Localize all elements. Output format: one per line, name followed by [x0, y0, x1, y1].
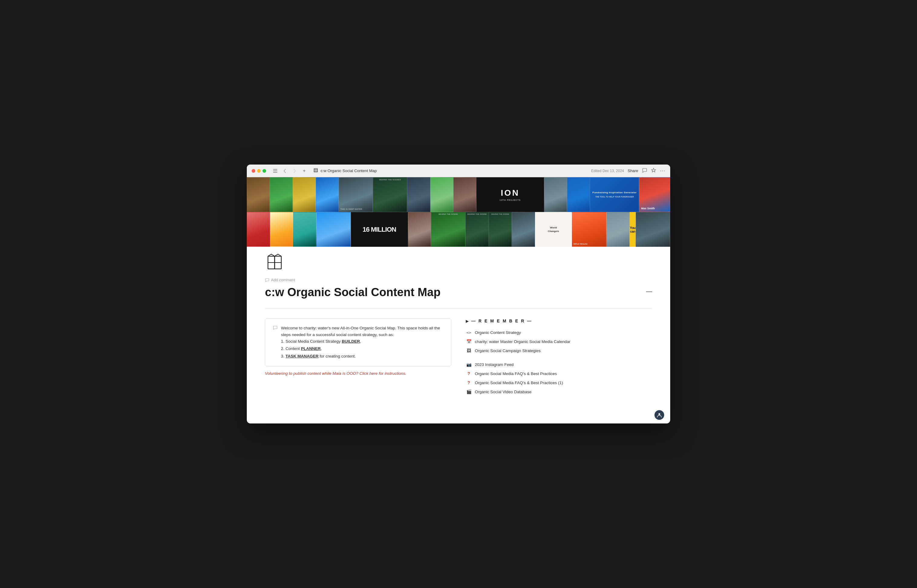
add-comment-label: Add comment: [271, 278, 295, 282]
expand-arrow-icon[interactable]: ▶: [466, 319, 469, 323]
planner-link[interactable]: PLANNER: [301, 346, 321, 351]
list-number-2: 2. Content: [281, 346, 301, 351]
hero-photo-grid: THIS IS DEEP WATER BEHIND THE SCENES ION…: [247, 177, 670, 247]
question-icon-2: ?: [466, 380, 472, 385]
minimize-icon[interactable]: —: [646, 288, 652, 294]
list-number-1: 1. Social Media Content Strategy: [281, 339, 342, 344]
hero-cell: What Would: [572, 212, 606, 247]
question-icon-1: ?: [466, 371, 472, 376]
list-suffix-2: ,: [321, 346, 322, 351]
tab-icon: [313, 168, 318, 174]
list-item-instagram[interactable]: 📷 2023 Instagram Feed: [466, 360, 652, 369]
list-item-3: 3. TASK MANAGER for creating content.: [281, 353, 444, 360]
chat-bubble-icon: [273, 325, 277, 360]
list-item-video-db[interactable]: 🎬 Organic Social Video Database: [466, 387, 652, 396]
title-bar: + c:w Organic Social Content Map Edited …: [247, 165, 670, 177]
two-column-layout: Welcome to charity: water's new All-in-O…: [265, 318, 652, 396]
info-box: Welcome to charity: water's new All-in-O…: [265, 318, 451, 366]
star-icon[interactable]: [651, 168, 656, 174]
hero-cell: [247, 212, 270, 247]
traffic-lights: [252, 169, 266, 173]
page-content: Add comment c:w Organic Social Content M…: [247, 278, 670, 408]
hero-cell: [270, 177, 293, 212]
maximize-button[interactable]: [263, 169, 266, 173]
right-col-items: <> Organic Content Strategy 📅 charity: w…: [466, 328, 652, 396]
browser-window: + c:w Organic Social Content Map Edited …: [247, 165, 670, 423]
list-item-faq-1[interactable]: ? Organic Social Media FAQ's & Best Prac…: [466, 369, 652, 378]
hero-cell: [247, 177, 270, 212]
info-box-content: Welcome to charity: water's new All-in-O…: [273, 325, 444, 360]
list-item-calendar[interactable]: 📅 charity: water Master Organic Social M…: [466, 337, 652, 346]
hero-cell: [606, 212, 630, 247]
item-label-faq-2: Organic Social Media FAQ's & Best Practi…: [475, 381, 563, 385]
add-comment-button[interactable]: Add comment: [265, 278, 652, 282]
calendar-icon: 📅: [466, 339, 472, 344]
add-page-button[interactable]: +: [300, 166, 308, 175]
left-column: Welcome to charity: water's new All-in-O…: [265, 318, 451, 396]
hero-cell: [567, 177, 590, 212]
hero-cell: [430, 177, 454, 212]
list-suffix-3: for creating content.: [318, 354, 356, 359]
comment-icon[interactable]: [642, 168, 647, 174]
info-box-text: Welcome to charity: water's new All-in-O…: [281, 325, 444, 360]
remember-title: — R E M E M B E R —: [471, 318, 532, 323]
back-button[interactable]: [281, 166, 289, 175]
section-spacer: [466, 355, 652, 360]
hero-cell: [544, 177, 567, 212]
svg-rect-0: [273, 169, 277, 170]
hero-cell: [636, 212, 670, 247]
item-label-faq-1: Organic Social Media FAQ's & Best Practi…: [475, 372, 557, 376]
tab-area: c:w Organic Social Content Map: [313, 168, 586, 174]
user-avatar[interactable]: [654, 410, 664, 420]
list-item-faq-2[interactable]: ? Organic Social Media FAQ's & Best Prac…: [466, 378, 652, 387]
right-column: ▶ — R E M E M B E R — <> Organic Content…: [466, 318, 652, 396]
list-item-2: 2. Content PLANNER,: [281, 345, 444, 352]
ooo-text: Volunteering to publish content while Ma…: [265, 371, 359, 376]
hero-cell: [293, 177, 316, 212]
minimize-button[interactable]: [257, 169, 261, 173]
world-cell: WorldChangers: [535, 212, 572, 247]
list-suffix-1: ,: [360, 339, 361, 344]
image-icon: 🖼: [466, 348, 472, 353]
list-item-1: 1. Social Media Content Strategy BUILDER…: [281, 338, 444, 345]
hero-cell: [270, 212, 293, 247]
sidebar-toggle-button[interactable]: [271, 166, 279, 175]
hero-cell: [512, 212, 535, 247]
hero-cell: [407, 177, 430, 212]
page-title-row: c:w Organic Social Content Map —: [265, 286, 652, 309]
divider: [265, 309, 652, 309]
ion-cell: ION 13TH PROJECTS: [476, 177, 544, 212]
share-button[interactable]: Share: [628, 168, 638, 173]
list-item-campaign[interactable]: 🖼 Organic Social Campaign Strategies: [466, 346, 652, 355]
remember-header: ▶ — R E M E M B E R —: [466, 318, 652, 323]
hero-cell: [293, 212, 316, 247]
hero-row-2: 16 MILLION BEHIND THE SCENE BEHIND THE S…: [247, 212, 670, 247]
nav-icons: +: [271, 166, 308, 175]
list-item-organic-content[interactable]: <> Organic Content Strategy: [466, 328, 652, 337]
footer: [247, 408, 670, 423]
item-label-video-db: Organic Social Video Database: [475, 389, 531, 394]
max-smith-cell: Max Smith: [639, 177, 670, 212]
hero-cell: BEHIND THE SCENE: [465, 212, 489, 247]
page-title: c:w Organic Social Content Map: [265, 286, 441, 299]
logo-icon: [265, 252, 286, 273]
hero-row-1: THIS IS DEEP WATER BEHIND THE SCENES ION…: [247, 177, 670, 212]
item-label-campaign: Organic Social Campaign Strategies: [475, 349, 541, 353]
forward-button[interactable]: [291, 166, 299, 175]
more-options-icon[interactable]: ···: [660, 168, 665, 174]
close-button[interactable]: [252, 169, 255, 173]
million-cell: 16 MILLION: [351, 212, 408, 247]
hero-cell: [454, 177, 476, 212]
task-manager-link[interactable]: TASK MANAGER: [286, 354, 318, 359]
item-label-instagram: 2023 Instagram Feed: [475, 362, 513, 367]
ooo-notice: Volunteering to publish content while Ma…: [265, 371, 451, 376]
builder-link[interactable]: BUILDER: [342, 339, 360, 344]
hero-cell: BEHIND THE SCENES: [373, 177, 407, 212]
code-icon: <>: [466, 330, 472, 335]
ooo-link[interactable]: Click here for instructions.: [359, 371, 406, 376]
item-label-organic-content: Organic Content Strategy: [475, 330, 521, 335]
item-label-calendar: charity: water Master Organic Social Med…: [475, 339, 570, 344]
hero-cell: [316, 212, 351, 247]
edited-timestamp: Edited Dec 13, 2024: [591, 169, 624, 173]
hero-cell: THIS IS DEEP WATER: [339, 177, 373, 212]
